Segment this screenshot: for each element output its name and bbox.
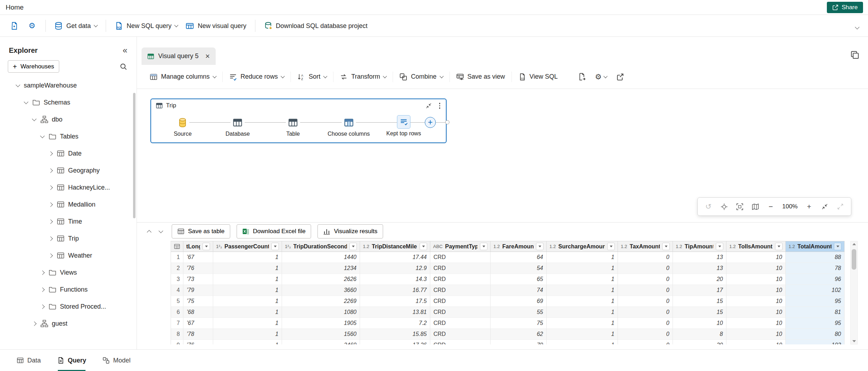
row-number-header[interactable] bbox=[171, 241, 183, 252]
node-table[interactable]: Table bbox=[286, 116, 300, 137]
tab-visual-query-5[interactable]: Visual query 5 × bbox=[142, 47, 216, 65]
collapse-results-icon[interactable] bbox=[159, 229, 163, 233]
new-item-button[interactable] bbox=[7, 19, 21, 33]
collapse-canvas-icon[interactable] bbox=[817, 199, 833, 214]
locate-icon[interactable] bbox=[716, 199, 732, 214]
filter-dropdown-icon[interactable] bbox=[834, 243, 841, 250]
sort-button[interactable]: AZ Sort bbox=[297, 73, 327, 81]
chevron-right-icon[interactable] bbox=[39, 305, 45, 308]
filter-dropdown-icon[interactable] bbox=[775, 243, 783, 250]
chevron-down-icon[interactable] bbox=[15, 85, 21, 86]
filter-dropdown-icon[interactable] bbox=[203, 243, 210, 250]
column-header-passengercount[interactable]: 1²₃PassengerCount bbox=[213, 241, 282, 252]
query-diagram-canvas[interactable]: Trip Source Database bbox=[137, 89, 868, 222]
column-header-fareamount[interactable]: 1.2FareAmount bbox=[491, 241, 547, 252]
column-header-tripdurationseconds[interactable]: 1²₃TripDurationSeconds bbox=[282, 241, 360, 252]
chevron-right-icon[interactable] bbox=[39, 288, 45, 291]
node-kept-top-rows[interactable]: Kept top rows bbox=[386, 116, 421, 137]
get-data-button[interactable]: Get data bbox=[52, 22, 99, 30]
more-options-icon[interactable] bbox=[438, 102, 442, 109]
tree-item-trip[interactable]: Trip bbox=[0, 230, 137, 247]
tree-item-functions[interactable]: Functions bbox=[0, 281, 137, 298]
node-source[interactable]: Source bbox=[174, 116, 192, 137]
save-as-view-button[interactable]: Save as view bbox=[456, 73, 505, 81]
chevron-right-icon[interactable] bbox=[48, 254, 53, 257]
minimap-icon[interactable] bbox=[747, 199, 763, 214]
chevron-right-icon[interactable] bbox=[48, 220, 53, 223]
new-sql-query-button[interactable]: SQL New SQL query bbox=[112, 22, 180, 30]
scroll-down-icon[interactable] bbox=[852, 340, 856, 342]
tree-item-schemas[interactable]: Schemas bbox=[0, 94, 137, 111]
fit-to-view-icon[interactable] bbox=[732, 199, 747, 214]
filter-dropdown-icon[interactable] bbox=[716, 243, 723, 250]
open-in-new-icon[interactable] bbox=[616, 73, 624, 81]
column-header-surchargeamount[interactable]: 1.2SurchargeAmount bbox=[547, 241, 618, 252]
column-header-tlong[interactable]: tLong bbox=[183, 241, 213, 252]
save-as-table-button[interactable]: Save as table bbox=[172, 224, 230, 238]
scrollbar-thumb[interactable] bbox=[852, 249, 856, 270]
chevron-right-icon[interactable] bbox=[48, 237, 53, 240]
tree-item-medallion[interactable]: Medallion bbox=[0, 196, 137, 213]
collapse-panel-icon[interactable]: « bbox=[123, 46, 127, 55]
transform-button[interactable]: Transform bbox=[340, 73, 386, 81]
chevron-right-icon[interactable] bbox=[39, 271, 45, 274]
close-icon[interactable]: × bbox=[205, 52, 210, 60]
node-choose-columns[interactable]: Choose columns bbox=[327, 116, 370, 137]
chevron-down-icon[interactable] bbox=[39, 136, 45, 137]
settings-button[interactable]: ⚙ bbox=[25, 19, 39, 33]
new-visual-query-button[interactable]: New visual query bbox=[183, 22, 248, 30]
column-header-tollsamount[interactable]: 1.2TollsAmount bbox=[726, 241, 786, 252]
filter-dropdown-icon[interactable] bbox=[480, 243, 487, 250]
collapse-group-icon[interactable] bbox=[425, 102, 432, 109]
chevron-right-icon[interactable] bbox=[48, 152, 53, 155]
scroll-up-icon[interactable] bbox=[852, 243, 856, 245]
tree-item-date[interactable]: Date bbox=[0, 145, 137, 162]
search-icon[interactable] bbox=[120, 63, 127, 71]
tree-item-views[interactable]: Views bbox=[0, 264, 137, 281]
column-header-tripdistancemiles[interactable]: 1.2TripDistanceMiles bbox=[360, 241, 430, 252]
add-warehouses-button[interactable]: + Warehouses bbox=[8, 60, 59, 73]
tab-model[interactable]: Model bbox=[103, 350, 131, 371]
filter-dropdown-icon[interactable] bbox=[536, 243, 543, 250]
tree-item-tables[interactable]: Tables bbox=[0, 128, 137, 145]
chevron-right-icon[interactable] bbox=[48, 169, 53, 172]
tree-item-dbo[interactable]: dbo bbox=[0, 111, 137, 128]
tree-item-geography[interactable]: Geography bbox=[0, 162, 137, 179]
share-button[interactable]: Share bbox=[827, 2, 863, 13]
export-script-icon[interactable] bbox=[577, 73, 586, 81]
grid-vertical-scrollbar[interactable] bbox=[850, 241, 858, 344]
tree-item-stored-proced[interactable]: Stored Proced... bbox=[0, 298, 137, 315]
view-sql-button[interactable]: SQL View SQL bbox=[518, 73, 558, 81]
tree-item-guest[interactable]: guest bbox=[0, 315, 137, 332]
combine-button[interactable]: Combine bbox=[399, 73, 443, 81]
expand-results-icon[interactable] bbox=[147, 230, 151, 235]
chevron-right-icon[interactable] bbox=[31, 322, 37, 325]
filter-dropdown-icon[interactable] bbox=[420, 243, 427, 250]
query-settings-button[interactable]: ⚙ bbox=[595, 73, 607, 80]
chevron-down-icon[interactable] bbox=[23, 102, 29, 103]
sidebar-scrollbar[interactable] bbox=[133, 93, 136, 218]
reduce-rows-button[interactable]: Reduce rows bbox=[229, 73, 284, 81]
copy-icon[interactable] bbox=[850, 50, 859, 60]
filter-dropdown-icon[interactable] bbox=[271, 243, 279, 250]
column-header-tipamount[interactable]: 1.2TipAmount bbox=[673, 241, 726, 252]
zoom-out-button[interactable]: − bbox=[763, 199, 779, 214]
ribbon-tab-home[interactable]: Home bbox=[6, 4, 24, 11]
zoom-in-button[interactable]: + bbox=[801, 199, 817, 214]
query-step-group-trip[interactable]: Trip Source Database bbox=[150, 99, 447, 143]
tab-query[interactable]: Query bbox=[57, 350, 86, 371]
collapse-ribbon-button[interactable] bbox=[856, 24, 859, 30]
add-step-button[interactable]: + bbox=[425, 117, 436, 128]
chevron-right-icon[interactable] bbox=[48, 186, 53, 189]
chevron-down-icon[interactable] bbox=[31, 119, 37, 120]
chevron-right-icon[interactable] bbox=[48, 203, 53, 206]
tree-item-weather[interactable]: Weather bbox=[0, 247, 137, 264]
filter-dropdown-icon[interactable] bbox=[607, 243, 615, 250]
node-database[interactable]: Database bbox=[226, 116, 250, 137]
download-sql-project-button[interactable]: Download SQL database project bbox=[262, 22, 370, 30]
tree-item-samplewarehouse[interactable]: sampleWarehouse bbox=[0, 77, 137, 94]
filter-dropdown-icon[interactable] bbox=[349, 243, 357, 250]
filter-dropdown-icon[interactable] bbox=[662, 243, 670, 250]
visualize-results-button[interactable]: Visualize results bbox=[317, 224, 383, 238]
tab-data[interactable]: Data bbox=[17, 350, 41, 371]
